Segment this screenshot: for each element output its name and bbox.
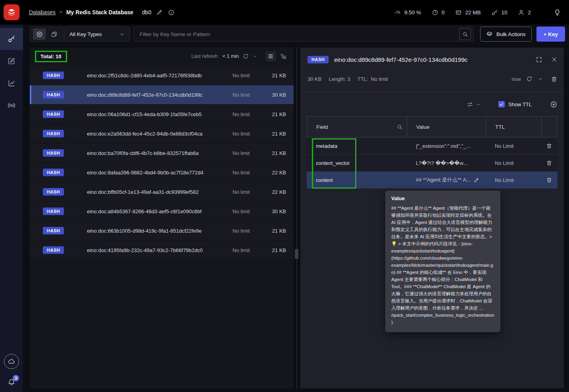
cloud-icon (8, 358, 15, 365)
field-name: content (316, 177, 333, 183)
show-ttl-toggle[interactable]: Show TTL (498, 101, 532, 107)
details-header-icons (536, 56, 557, 63)
browser-page: All Key Types Bulk Actions + Key Total: … (23, 25, 569, 392)
clients-stat: 2 (518, 9, 531, 16)
key-list-row[interactable]: HASH eino:doc:8afaa396-9882-4bd4-9b0b-ac… (30, 163, 294, 182)
edit-value-icon[interactable] (473, 177, 479, 183)
redisinsight-app: Databases > My Redis Stack Database db0 … (0, 0, 569, 392)
details-refresh-value: now (511, 76, 521, 82)
key-type-select-value: All Key Types (69, 31, 102, 37)
field-value: L?�?\? ��>��w�... (416, 160, 471, 166)
key-list-row[interactable]: HASH eino:doc:2f51c8dc-2d80-4eb4-aaf5-72… (30, 66, 294, 85)
apply-search-button[interactable] (459, 28, 471, 40)
db-info-icon[interactable] (168, 9, 175, 16)
key-type-badge: HASH (43, 227, 64, 235)
key-ttl[interactable]: TTL: No limit (358, 76, 388, 82)
sidebar-item-pubsub[interactable] (0, 94, 23, 117)
show-ttl-label: Show TTL (508, 101, 532, 107)
column-header-field[interactable]: Field (307, 117, 407, 137)
sidebar-item-analytics[interactable] (0, 72, 23, 94)
refresh-keys-icon[interactable] (242, 53, 249, 59)
delete-field-icon[interactable] (546, 143, 552, 149)
delete-field-icon[interactable] (546, 177, 552, 183)
chevron-down-icon (119, 31, 125, 37)
key-list-rows: HASH eino:doc:2f51c8dc-2d80-4eb4-aaf5-72… (30, 66, 294, 260)
key-ttl: No limit (233, 208, 250, 214)
key-search-input[interactable] (139, 31, 459, 38)
key-type-select[interactable]: All Key Types (64, 27, 130, 42)
clients-icon (518, 9, 525, 16)
fullscreen-icon[interactable] (536, 56, 542, 63)
redisearch-mode-button[interactable] (48, 29, 60, 40)
last-refresh-value: < 1 min (223, 54, 239, 59)
key-size: 21 KB (272, 111, 286, 117)
cloud-button[interactable] (4, 354, 19, 369)
db-index-label[interactable]: db0 (142, 9, 151, 15)
format-swap-icon (467, 101, 473, 108)
column-header-ttl[interactable]: TTL (486, 117, 542, 137)
delete-key-icon[interactable] (551, 76, 557, 82)
total-keys-value: 10 (501, 10, 507, 15)
field-ttl: No Limit (486, 172, 541, 188)
refresh-options-chevron-icon[interactable] (252, 54, 258, 59)
sidebar-item-workbench[interactable] (0, 50, 23, 72)
commands-value: 0 (442, 10, 445, 15)
key-list-row[interactable]: HASH eino:doc:ba70f0fa-cbf6-4b7c-b8be-83… (30, 143, 294, 163)
key-size: 21 KB (272, 150, 286, 156)
tree-view-button[interactable] (278, 51, 288, 61)
bulk-actions-button[interactable]: Bulk Actions (480, 27, 532, 42)
key-size: 30 KB (272, 92, 286, 98)
key-name: eino:doc:bffb05cf-1e13-49af-aa31-dc93999… (87, 189, 199, 195)
key-type-badge: HASH (43, 208, 64, 215)
redis-logo[interactable] (4, 4, 19, 20)
filter-mode-button[interactable] (33, 29, 46, 40)
cpu-usage-stat: 9.50 % (394, 9, 421, 16)
key-list-row[interactable]: HASH eino:doc:06a106d1-cf15-4eda-b309-1f… (30, 105, 294, 124)
key-list-row[interactable]: HASH eino:doc:4195fa9b-232c-49a7-93c2-7b… (30, 241, 294, 260)
key-list-row[interactable]: HASH eino:doc:d89c8d89-fef7-452e-97c0-13… (30, 85, 294, 105)
hash-field-rows: metadata {"_extension":".md","_fi... No … (307, 138, 557, 189)
key-list-header: Total: 10 Last refresh: < 1 min (30, 48, 294, 65)
key-size: 21 KB (272, 228, 286, 234)
tooltip-title: Value (391, 195, 494, 201)
key-name: eino:doc:e2a563dd-fec4-45c2-94db-0e88d3c… (87, 131, 202, 137)
search-mode-toggle (30, 27, 63, 42)
add-key-button[interactable]: + Key (536, 27, 565, 42)
insights-bulb-icon[interactable] (554, 9, 561, 16)
delete-field-icon[interactable] (546, 160, 552, 166)
key-list-row[interactable]: HASH eino:doc:a84b5367-8266-46d3-aef5-c6… (30, 202, 294, 221)
breadcrumb-databases-link[interactable]: Databases (29, 9, 56, 15)
details-refresh-controls: now (511, 76, 557, 82)
value-tooltip: Value ## **Agent 是什么** Agent（智能代理）是一个能够感… (385, 191, 500, 332)
hash-field-row[interactable]: content_vector L?�?\? ��>��w�... No Limi… (307, 155, 557, 172)
show-ttl-checkbox[interactable] (498, 101, 505, 107)
hash-field-row[interactable]: content ## **Agent 是什么** A... No Limit (307, 172, 557, 189)
edit-alias-icon[interactable] (156, 9, 163, 15)
field-search-icon[interactable] (397, 124, 403, 130)
field-ttl: No Limit (486, 138, 541, 154)
view-toggle (265, 51, 288, 61)
key-list-row[interactable]: HASH eino:doc:663b1005-d98d-419c-9fa1-85… (30, 221, 294, 241)
key-list-row[interactable]: HASH eino:doc:bffb05cf-1e13-49af-aa31-dc… (30, 182, 294, 202)
hash-field-row[interactable]: metadata {"_extension":".md","_fi... No … (307, 138, 557, 155)
layers-icon (486, 31, 493, 38)
total-keys-stat: 10 (491, 9, 507, 16)
add-field-button[interactable] (550, 101, 557, 108)
notification-count-badge: 3 (13, 375, 19, 381)
tree-view-icon (280, 53, 286, 59)
value-format-select[interactable] (467, 101, 481, 108)
close-details-icon[interactable] (551, 56, 557, 63)
key-list-row[interactable]: HASH eino:doc:e2a563dd-fec4-45c2-94db-0e… (30, 124, 294, 143)
annotation-total-keys: Total: 10 (35, 51, 67, 62)
key-size: 30 KB (272, 208, 286, 214)
selected-key-name[interactable]: eino:doc:d89c8d89-fef7-452e-97c0-134cdb0… (334, 56, 530, 63)
sidebar-item-browser[interactable] (0, 28, 23, 50)
refresh-key-icon[interactable] (526, 76, 532, 82)
column-header-value[interactable]: Value (407, 117, 486, 137)
refresh-key-chevron-icon[interactable] (538, 76, 543, 82)
panel-resize-handle[interactable] (295, 249, 298, 259)
search-icon (462, 31, 468, 37)
list-view-button[interactable] (265, 51, 276, 61)
notifications-button[interactable]: 3 (8, 378, 15, 386)
key-size: 21 KB (272, 247, 286, 253)
